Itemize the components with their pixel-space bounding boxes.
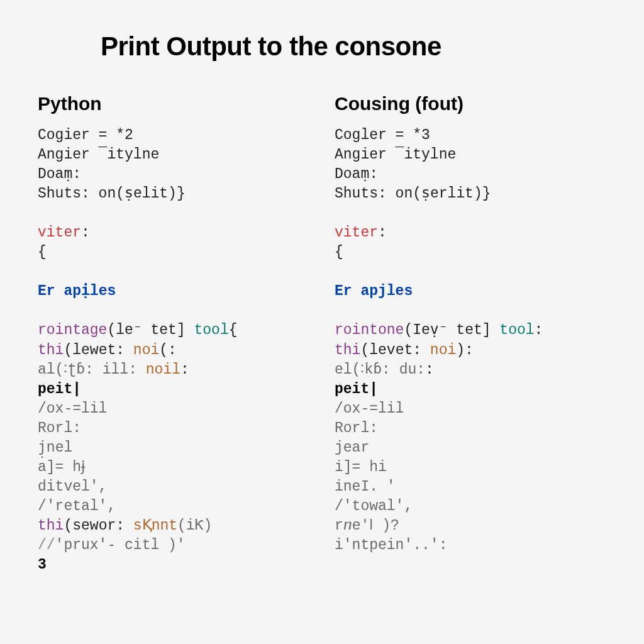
- l: al(: [38, 362, 64, 378]
- l: a]= hɉ: [38, 459, 85, 475]
- l: ˸ʈɓ: ill:: [64, 362, 145, 378]
- l: thi: [38, 518, 64, 534]
- l: rⴖeꞌⅼ )?: [335, 518, 399, 534]
- l: {: [229, 322, 238, 338]
- l: *3: [413, 127, 430, 143]
- l: /ox-=lil: [335, 401, 404, 417]
- l: thi: [38, 342, 64, 358]
- l: (Ieṿ⁻ tet]: [404, 322, 499, 338]
- l: (ṣelit)}: [116, 186, 185, 202]
- l: noi: [133, 342, 159, 358]
- left-column: Python Cogier = *2 Angier ¯itylne Doaṃ: …: [38, 93, 309, 575]
- l: (levet:: [360, 342, 430, 358]
- l: sⱩnnt: [133, 518, 177, 534]
- l: (sewor:: [64, 518, 133, 534]
- l: :: [180, 362, 189, 378]
- l: /'retal',: [38, 498, 116, 514]
- l: *2: [116, 127, 133, 143]
- l: (ṣerlit)}: [413, 186, 491, 202]
- l: ditvel',: [38, 479, 107, 495]
- l: i]= hi: [335, 459, 387, 475]
- l: {: [335, 244, 343, 260]
- left-heading: Python: [38, 93, 309, 114]
- l: (iƘ): [177, 518, 212, 534]
- columns-container: Python Cogier = *2 Angier ¯itylne Doaṃ: …: [38, 93, 606, 575]
- l: :: [81, 225, 90, 241]
- l: :: [378, 225, 387, 241]
- l: (lewet:: [64, 342, 133, 358]
- l: noil: [146, 362, 180, 378]
- l: Cogler =: [335, 127, 413, 143]
- right-column: Cousing (fout) Cogler = *3 Angier ¯ityln…: [335, 93, 606, 575]
- l: Cogier =: [38, 127, 116, 143]
- l: viter: [38, 225, 81, 241]
- l: Shuts: on: [38, 186, 116, 202]
- l: el(: [335, 362, 360, 378]
- l: ineI. ': [335, 479, 396, 495]
- l: noi: [430, 342, 456, 358]
- l: jear: [335, 440, 369, 456]
- l: 'prux'- citl )': [55, 537, 186, 553]
- l: 3: [38, 557, 47, 573]
- left-code: Cogier = *2 Angier ¯itylne Doaṃ: Shuts: …: [38, 126, 309, 575]
- right-heading: Cousing (fout): [335, 93, 606, 114]
- l: Shuts: on: [335, 186, 413, 202]
- l: Rorl:: [335, 420, 378, 436]
- l: i'ntpein'..':: [335, 537, 447, 553]
- l: peit|: [38, 381, 81, 397]
- l: :: [425, 362, 434, 378]
- l: ):: [456, 342, 474, 358]
- l: (:: [159, 342, 177, 358]
- l: viter: [335, 225, 378, 241]
- l: tool: [499, 322, 534, 338]
- l: :: [535, 322, 543, 338]
- l: rointone: [335, 322, 404, 338]
- l: peit|: [335, 381, 378, 397]
- l: Doaṃ:: [38, 166, 81, 182]
- right-code: Cogler = *3 Angier ¯itylne Doaṃ: Shuts: …: [335, 126, 606, 555]
- l: //: [38, 537, 55, 553]
- l: /'towal',: [335, 498, 413, 514]
- l: Er apjles: [335, 283, 413, 299]
- page-title: Print Output to the consone: [101, 31, 606, 62]
- l: thi: [335, 342, 360, 358]
- l: j̣nel: [38, 440, 72, 456]
- l: (le⁻ tet]: [107, 322, 194, 338]
- l: Angier ¯itylne: [335, 147, 456, 163]
- l: ˸kɓ: du:: [360, 362, 425, 378]
- l: Rorl:: [38, 420, 81, 436]
- l: tool: [194, 322, 229, 338]
- l: /ox-=lil: [38, 401, 107, 417]
- l: {: [38, 244, 47, 260]
- l: Doaṃ:: [335, 166, 378, 182]
- l: rointage: [38, 322, 107, 338]
- l: Er apịles: [38, 283, 116, 299]
- l: Angier ¯itylne: [38, 147, 159, 163]
